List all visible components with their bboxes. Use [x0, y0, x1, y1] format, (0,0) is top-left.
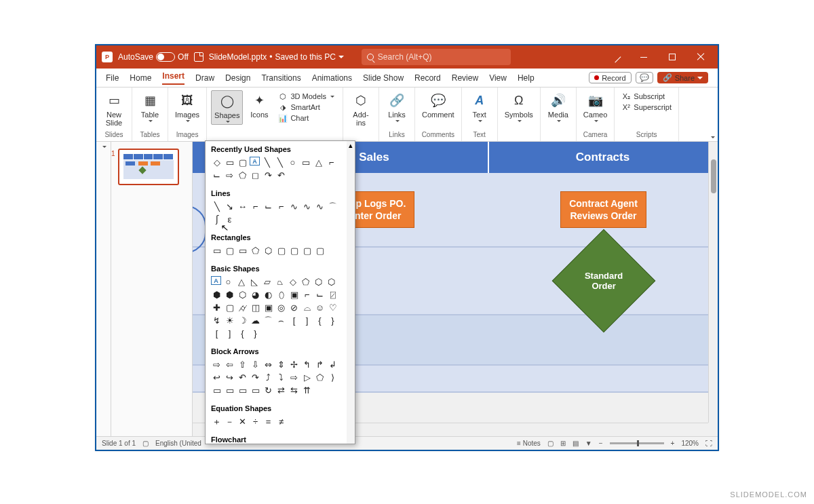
fit-window-icon[interactable]: ⛶ — [705, 440, 712, 447]
shape-a4-icon[interactable]: ⇈ — [301, 385, 313, 396]
normal-view-icon[interactable]: ▢ — [547, 440, 554, 447]
tab-insert[interactable]: Insert — [162, 71, 185, 85]
shape-callout2-icon[interactable]: ▭ — [224, 385, 235, 396]
close-button[interactable] — [689, 50, 712, 64]
shape-a2-icon[interactable]: ⇄ — [275, 385, 287, 396]
cameo-button[interactable]: 📷Cameo — [581, 90, 610, 123]
shape-callout4-icon[interactable]: ▭ — [250, 385, 261, 396]
shape-lbracket2-icon[interactable]: [ — [211, 328, 222, 339]
shape-decagon-icon[interactable]: ⬢ — [224, 289, 235, 301]
shape-notequal-icon[interactable]: ≠ — [275, 416, 287, 427]
scroll-thumb[interactable] — [711, 159, 716, 193]
text-button[interactable]: AText — [466, 90, 493, 123]
shape-lconn2-icon[interactable]: ⌙ — [211, 170, 222, 181]
shape-notched-icon[interactable]: ▷ — [301, 372, 313, 383]
shape-uturn-icon[interactable]: ↩ — [211, 372, 222, 383]
vertical-scrollbar[interactable] — [708, 142, 718, 423]
tab-review[interactable]: Review — [452, 73, 478, 83]
shape-curve2-icon[interactable]: ∿ — [301, 201, 313, 212]
tab-record[interactable]: Record — [414, 73, 441, 83]
shape-snip3-icon[interactable]: ⬡ — [263, 245, 274, 256]
shape-uturn2-icon[interactable]: ↪ — [224, 372, 235, 383]
shape-roundrect-icon[interactable]: ▢ — [224, 245, 235, 256]
icons-button[interactable]: ✦Icons — [246, 90, 273, 120]
shape-callout-icon[interactable]: ◻ — [250, 170, 261, 181]
shape-sun-icon[interactable]: ☀ — [224, 315, 235, 326]
chart-button[interactable]: 📊Chart — [278, 113, 334, 123]
save-icon[interactable] — [194, 52, 204, 62]
shape-moon-icon[interactable]: ☽ — [237, 315, 248, 326]
shape-donut-icon[interactable]: ◎ — [275, 302, 287, 313]
shape-triangle-icon[interactable]: △ — [235, 276, 247, 288]
comments-toggle[interactable]: 💬 — [636, 72, 653, 83]
tab-help[interactable]: Help — [518, 73, 535, 83]
shape-chevron-icon[interactable]: ⟩ — [327, 372, 338, 383]
smartart-button[interactable]: ⬗SmartArt — [278, 102, 334, 112]
shape-heptagon-icon[interactable]: ⬡ — [326, 276, 337, 288]
shape-a3-icon[interactable]: ⇆ — [288, 385, 300, 396]
shape-snip-icon[interactable]: ▭ — [237, 245, 248, 256]
shape-curved3-icon[interactable]: ⤴ — [263, 372, 274, 383]
maximize-button[interactable] — [661, 50, 684, 64]
shape-pentagon-icon[interactable]: ⬠ — [300, 276, 311, 288]
shape-uarrow-icon[interactable]: ⇧ — [237, 359, 248, 370]
shape-pentagon-icon[interactable]: ⬠ — [314, 372, 326, 383]
shape-rbrace2-icon[interactable]: } — [250, 328, 261, 339]
shape-dodecagon-icon[interactable]: ⬡ — [237, 289, 248, 301]
shape-circ-icon[interactable]: ↻ — [263, 385, 274, 396]
shape-curved1-icon[interactable]: ↶ — [237, 372, 248, 383]
shape-larrow-icon[interactable]: ⇦ — [224, 359, 235, 370]
shape-lightning-icon[interactable]: ↯ — [211, 315, 222, 326]
shape-line-icon[interactable]: ╲ — [261, 157, 273, 168]
record-button[interactable]: Record — [589, 72, 631, 83]
shape-elbow3-icon[interactable]: ⌐ — [275, 201, 287, 212]
zoom-slider[interactable] — [610, 442, 664, 444]
shape-striped-icon[interactable]: ⇨ — [288, 372, 300, 383]
shape-snip2-icon[interactable]: ⬠ — [250, 245, 261, 256]
shape-round4-icon[interactable]: ▢ — [314, 245, 326, 256]
shape-divide-icon[interactable]: ÷ — [250, 416, 261, 427]
search-input[interactable]: Search (Alt+Q) — [362, 49, 511, 65]
tab-transitions[interactable]: Transitions — [261, 73, 301, 83]
shape-callout3-icon[interactable]: ▭ — [237, 385, 248, 396]
addins-button[interactable]: ⬡Add- ins — [347, 90, 374, 128]
tab-slideshow[interactable]: Slide Show — [363, 73, 404, 83]
shape-arc-icon[interactable]: ⌒ — [263, 315, 274, 326]
shape-lshape-icon[interactable]: ⌙ — [314, 289, 326, 301]
shape-roundrect-icon[interactable]: ▢ — [237, 157, 248, 168]
shape-arrow-icon[interactable]: ⇨ — [224, 170, 235, 181]
shape-udarrow-icon[interactable]: ⇕ — [275, 359, 287, 370]
shape-line-icon[interactable]: ╲ — [211, 201, 222, 212]
tab-draw[interactable]: Draw — [195, 73, 214, 83]
shape-teardrop-icon[interactable]: ⬯ — [275, 289, 287, 301]
new-slide-button[interactable]: ▭New Slide — [100, 90, 128, 128]
shape-lrarrow-icon[interactable]: ⇔ — [263, 359, 274, 370]
filename-display[interactable]: SlideModel.pptx • Saved to this PC — [209, 52, 344, 62]
shape-round3-icon[interactable]: ▢ — [301, 245, 313, 256]
shape-oval-icon[interactable]: ○ — [222, 276, 234, 288]
shape-oval-icon[interactable]: ○ — [287, 157, 298, 168]
shape-quadarrow-icon[interactable]: ✢ — [288, 359, 300, 370]
shape-cloud-icon[interactable]: ☁ — [250, 315, 261, 326]
tab-design[interactable]: Design — [225, 73, 250, 83]
shape-equal-icon[interactable]: = — [263, 416, 274, 427]
shape-curve-icon[interactable]: ↷ — [263, 170, 274, 181]
media-button[interactable]: 🔊Media — [545, 90, 572, 123]
shape-textbox-icon[interactable]: A — [211, 276, 221, 285]
zoom-out-button[interactable]: − — [599, 440, 603, 447]
shape-multiply-icon[interactable]: ✕ — [237, 416, 248, 427]
zoom-in-button[interactable]: + — [671, 440, 675, 447]
links-button[interactable]: 🔗Links — [383, 90, 410, 123]
images-button[interactable]: 🖼Images — [172, 90, 202, 123]
shape-rect-icon[interactable]: ▭ — [211, 245, 222, 256]
shape-curved4-icon[interactable]: ⤵ — [275, 372, 287, 383]
shape-bent2-icon[interactable]: ↱ — [314, 359, 326, 370]
shape-heart-icon[interactable]: ♡ — [327, 302, 338, 313]
shape-curve2-icon[interactable]: ↶ — [275, 170, 287, 181]
shape-minus-icon[interactable]: － — [224, 416, 235, 427]
share-button[interactable]: 🔗Share — [657, 72, 708, 83]
slideshow-view-icon[interactable]: ▼ — [585, 440, 592, 447]
minimize-button[interactable] — [632, 50, 655, 64]
shape-bent3-icon[interactable]: ↲ — [327, 359, 338, 370]
ink-icon[interactable] — [604, 50, 627, 64]
